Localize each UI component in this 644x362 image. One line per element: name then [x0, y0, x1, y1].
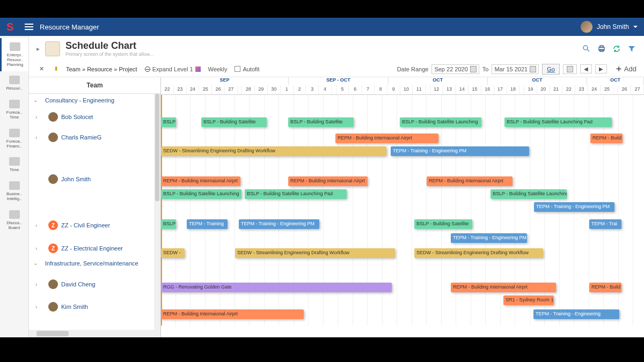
schedule-icon: [45, 41, 60, 56]
team-group[interactable]: Consultancy - Engineering⌄: [29, 94, 160, 107]
team-row[interactable]: ›ZZZ - Electrical Engineer: [29, 240, 160, 257]
timeline[interactable]: SEPSEP - OCTOCTOCTOCT 222324252627282930…: [161, 77, 644, 337]
avatar: [48, 112, 58, 122]
schedule-bar[interactable]: TEPM - Trai: [589, 219, 621, 229]
schedule-bar[interactable]: TEPM - Training - Engineering: [533, 309, 619, 319]
day-label: 29: [255, 85, 268, 94]
day-label: 20: [537, 85, 550, 94]
titlebar: S Resource Manager John Smith: [0, 18, 644, 36]
schedule-bar[interactable]: BSLP - Building Satellite: [201, 117, 267, 127]
app-title: Resource Manager: [40, 23, 99, 31]
team-group[interactable]: Infrastructure, Service/maintenance⌄: [29, 257, 160, 270]
schedule-bar[interactable]: TEPM - Training - Engineering PM: [239, 219, 319, 229]
schedule-bar[interactable]: BSLP - Building Satellite Launching: [491, 189, 567, 199]
expand-level[interactable]: Expand Level 1: [145, 66, 201, 72]
chevron-icon[interactable]: ⌄: [33, 260, 38, 266]
day-label: 25: [199, 85, 212, 94]
schedule-bar[interactable]: SEDW - Streamlining Engineering Drafting…: [161, 146, 386, 156]
menu-icon[interactable]: [25, 24, 33, 30]
schedule-bar[interactable]: REPM - Building Internaional Airprt: [161, 309, 304, 319]
day-label: 24: [588, 85, 601, 94]
team-row[interactable]: ›Charls RamieG: [29, 127, 160, 147]
schedule-bar[interactable]: REPM - Build: [589, 283, 621, 292]
go-button[interactable]: Go: [542, 64, 560, 75]
schedule-bar[interactable]: BSLP: [161, 117, 176, 127]
day-label: 10: [400, 85, 413, 94]
day-label: [614, 85, 619, 94]
page-title: Schedule Chart: [65, 40, 153, 51]
search-icon[interactable]: [582, 44, 591, 54]
schedule-bar[interactable]: RGG - Renovating Golden Gate: [161, 283, 392, 292]
schedule-bar[interactable]: SEDW - Streamlining Engineering Drafting…: [235, 248, 395, 258]
schedule-bar[interactable]: BSLP - Building Satellite Launching Pad: [245, 189, 347, 199]
team-row[interactable]: ›Kim Smith: [29, 299, 160, 315]
day-label: 22: [161, 85, 174, 94]
team-row[interactable]: ›Bob Solocet: [29, 107, 160, 127]
schedule-bar[interactable]: BSLP - Building Satellite: [414, 219, 472, 229]
day-label: 13: [443, 85, 456, 94]
tree-icon[interactable]: ⬍: [54, 65, 58, 72]
nav-item[interactable]: Time: [0, 153, 28, 177]
tools-icon[interactable]: ✕: [36, 64, 46, 74]
breadcrumb[interactable]: Team » Resource » Project: [66, 66, 137, 72]
nav-item[interactable]: Busine..Intellig..: [0, 177, 28, 206]
schedule-bar[interactable]: TEPM - Training: [187, 219, 228, 229]
nav-item[interactable]: Discus..Board: [0, 206, 28, 235]
daterange-label: Date Range: [397, 66, 429, 72]
chevron-down-icon: [633, 26, 638, 28]
chevron-icon[interactable]: ⌄: [33, 97, 38, 103]
nav-item[interactable]: Enterpr..Resour..Planning: [0, 38, 28, 71]
schedule-bar[interactable]: BSLP - Building Satellite: [288, 117, 354, 127]
schedule-bar[interactable]: REPM - Building Internaional Airprt: [427, 176, 513, 186]
scrollbar[interactable]: [29, 330, 160, 337]
day-label: [332, 85, 336, 94]
add-button[interactable]: ＋Add: [614, 63, 636, 75]
day-label: 22: [562, 85, 575, 94]
print-icon[interactable]: [597, 44, 606, 54]
user-menu[interactable]: John Smith: [581, 21, 638, 33]
team-row[interactable]: ›ZZZ - Civil Engineer: [29, 211, 160, 240]
day-label: [426, 85, 430, 94]
nav-item[interactable]: Foreca..Time: [0, 95, 28, 124]
schedule-bar[interactable]: TEPM - Training - Engineering PM: [451, 233, 527, 243]
nav-item[interactable]: Resour..: [0, 71, 28, 95]
schedule-bar[interactable]: REPM - Building Internaional Airprt: [161, 176, 240, 186]
nav-item[interactable]: Foreca..Financ..: [0, 124, 28, 153]
calendar-icon: [470, 66, 477, 72]
schedule-bar[interactable]: REPM - Building Internaional Airprt: [335, 134, 438, 143]
month-label: SEP - OCT: [289, 77, 388, 85]
refresh-icon[interactable]: [612, 44, 621, 54]
schedule-bar[interactable]: SEDW - Streamlining Engineering Drafting…: [414, 248, 543, 258]
team-row[interactable]: ›David Cheng: [29, 270, 160, 299]
team-row[interactable]: John Smith: [29, 147, 160, 211]
view-weekly[interactable]: Weekly: [208, 66, 228, 72]
next-button[interactable]: ▶: [595, 64, 607, 73]
filter-icon[interactable]: [627, 44, 636, 54]
schedule-bar[interactable]: BSLP: [161, 219, 176, 229]
schedule-bar[interactable]: REPM - Building Internaional Airprt: [288, 176, 368, 186]
schedule-bar[interactable]: BSLP - Building Satellite Launching Pad: [504, 117, 612, 127]
day-label: 15: [469, 85, 481, 94]
schedule-bar[interactable]: SEDW -: [161, 248, 185, 258]
schedule-bar[interactable]: REPM - Build: [590, 134, 623, 143]
schedule-bar[interactable]: REPM - Building Internaional Airprt: [451, 283, 556, 292]
prev-button[interactable]: ◀: [580, 64, 592, 73]
avatar: [581, 21, 592, 33]
team-header: Team: [29, 77, 160, 94]
date-from-input[interactable]: Sep 22 2020: [431, 64, 479, 74]
month-label: OCT: [587, 77, 644, 85]
autofit-checkbox[interactable]: Autofit: [235, 66, 259, 72]
schedule-bar[interactable]: TEPM - Training - Engineering PM: [391, 146, 529, 156]
day-label: [519, 85, 524, 94]
avatar: [48, 174, 58, 184]
day-label: 7: [362, 85, 375, 94]
today-button[interactable]: [563, 64, 577, 74]
svg-point-0: [583, 46, 588, 50]
schedule-bar[interactable]: SR1 - Sydney Room 1: [503, 295, 554, 305]
collapse-icon[interactable]: ▸: [36, 45, 40, 53]
date-to-input[interactable]: Mar 15 2021: [492, 64, 539, 74]
schedule-bar[interactable]: BSLP - Building Satellite Launching: [161, 189, 241, 199]
schedule-bar[interactable]: TEPM - Training - Engineering PM: [534, 202, 614, 212]
day-label: 18: [507, 85, 520, 94]
schedule-bar[interactable]: BSLP - Building Satellite Launching: [400, 117, 481, 127]
